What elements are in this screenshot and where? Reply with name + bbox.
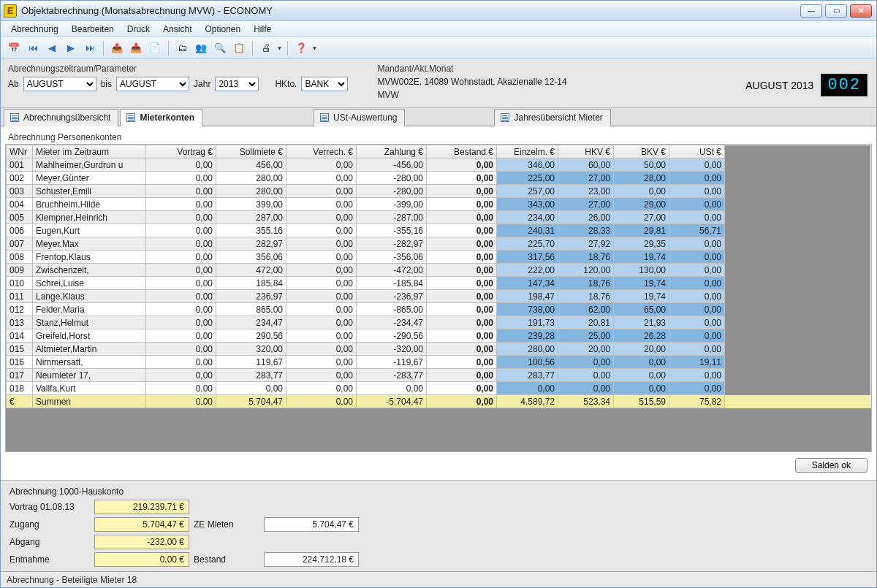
table-row[interactable]: 018Vallfa,Kurt0,000,000,000,000,000,000,…	[7, 382, 871, 395]
cell: 29,00	[614, 198, 669, 211]
bottom-label: Abgang	[10, 537, 90, 547]
col-header[interactable]: Sollmiete €	[216, 145, 286, 159]
ab-select[interactable]: AUGUST	[23, 77, 96, 91]
cell: Stanz,Helmut	[33, 316, 146, 329]
table-row[interactable]: 004Bruchheim,Hilde0,00399,000,00-399,000…	[7, 198, 871, 211]
tool-icon-2[interactable]: 📥	[129, 41, 143, 56]
cell: 0,00	[427, 316, 497, 329]
col-header[interactable]: Vortrag €	[146, 145, 216, 159]
cell: 282,97	[216, 237, 286, 251]
cell: 191,73	[497, 316, 558, 329]
table-row[interactable]: 009Zwischenzeit,0,00472,000,00-472,000,0…	[7, 264, 871, 277]
jahr-select[interactable]: 2013	[215, 77, 259, 91]
nav-prev-icon[interactable]: ◀	[45, 41, 59, 56]
cell: 0,00	[286, 172, 357, 185]
menubar: Abrechnung Bearbeiten Druck Ansicht Opti…	[1, 21, 876, 37]
cell: 198,47	[497, 290, 558, 303]
col-header[interactable]: Verrech. €	[286, 145, 357, 159]
cell: Greifeld,Horst	[33, 329, 146, 343]
table-row[interactable]: 001Mahlheimer,Gurdrun u0,00456,000,00-45…	[7, 159, 871, 172]
calendar-icon[interactable]: 📅	[7, 41, 21, 56]
help-icon[interactable]: ❓	[294, 41, 308, 56]
cell: 0,00	[146, 251, 216, 264]
cell: 236,97	[216, 290, 286, 303]
cell: 225,00	[497, 172, 558, 185]
tool-icon-4[interactable]: 🗂	[175, 41, 189, 56]
dropdown-icon[interactable]: ▾	[313, 44, 316, 52]
maximize-button[interactable]: ▭	[825, 4, 847, 18]
cell: 0,00	[146, 159, 216, 172]
table-row[interactable]: 011Lange,Klaus0,00236,970,00-236,970,001…	[7, 290, 871, 303]
table-row[interactable]: 012Felder,Maria0,00865,000,00-865,000,00…	[7, 303, 871, 316]
cell: 0,00	[146, 224, 216, 237]
app-window: E Objektabrechnung (Monatsabrechnung MVW…	[0, 0, 877, 588]
col-header[interactable]: BKV €	[614, 145, 669, 159]
tab-mieterkonten[interactable]: Mieterkonten	[120, 109, 202, 126]
print-icon[interactable]: 🖨	[259, 41, 273, 56]
salden-ok-button[interactable]: Salden ok	[795, 458, 867, 473]
table-row[interactable]: 010Schrei,Luise0,00185,840,00-185,840,00…	[7, 277, 871, 290]
cell: -356,06	[357, 251, 427, 264]
table-row[interactable]: 003Schuster,Emili0,00280,000,00-280,000,…	[7, 185, 871, 198]
tab-abrechnungsuebersicht[interactable]: Abrechnungsübersicht	[4, 109, 118, 126]
search-icon[interactable]: 🔍	[213, 41, 227, 56]
nav-last-icon[interactable]: ⏭	[83, 41, 97, 56]
grid-wrap[interactable]: WNrMieter im ZeitraumVortrag €Sollmiete …	[5, 144, 872, 452]
menu-druck[interactable]: Druck	[121, 23, 156, 36]
table-row[interactable]: 016Nimmersatt,0,00119,670,00-119,670,001…	[7, 356, 871, 369]
nav-first-icon[interactable]: ⏮	[26, 41, 40, 56]
cell: 317,56	[497, 251, 558, 264]
table-row[interactable]: 015Altmieter,Martin0,00320,000,00-320,00…	[7, 343, 871, 356]
tab-ust-auswertung[interactable]: USt-Auswertung	[314, 109, 405, 126]
cell: 0,00	[286, 237, 357, 251]
col-header[interactable]: USt €	[669, 145, 725, 159]
close-button[interactable]: ✕	[850, 4, 872, 18]
tenant-table: WNrMieter im ZeitraumVortrag €Sollmiete …	[6, 145, 871, 408]
cell: 65,00	[614, 303, 669, 316]
cell: 0,00	[558, 382, 614, 395]
sum-cell: 0,00	[146, 395, 216, 408]
table-row[interactable]: 014Greifeld,Horst0,00290,560,00-290,560,…	[7, 329, 871, 343]
tool-icon-1[interactable]: 📤	[110, 41, 124, 56]
menu-abrechnung[interactable]: Abrechnung	[5, 23, 64, 36]
nav-next-icon[interactable]: ▶	[64, 41, 78, 56]
tool-icon-5[interactable]: 👥	[194, 41, 208, 56]
separator	[252, 41, 253, 56]
bis-select[interactable]: AUGUST	[116, 77, 189, 91]
cell: 120,00	[558, 264, 614, 277]
cell: 005	[7, 211, 33, 224]
cell: 0,00	[146, 316, 216, 329]
table-row[interactable]: 005Klempner,Heinrich0,00287,000,00-287,0…	[7, 211, 871, 224]
table-row[interactable]: 013Stanz,Helmut0,00234,470,00-234,470,00…	[7, 316, 871, 329]
cell: 399,00	[216, 198, 286, 211]
col-header[interactable]: Zahlung €	[357, 145, 427, 159]
table-row[interactable]: 007Meyer,Max0,00282,970,00-282,970,00225…	[7, 237, 871, 251]
table-row[interactable]: 006Eugen,Kurt0,00355,160,00-355,160,0024…	[7, 224, 871, 237]
menu-hilfe[interactable]: Hilfe	[248, 23, 277, 36]
table-row[interactable]: 008Frentop,Klaus0,00356,060,00-356,060,0…	[7, 251, 871, 264]
tool-icon-3[interactable]: 📄	[148, 41, 162, 56]
cell: 185,84	[216, 277, 286, 290]
col-header[interactable]: Einzelm. €	[497, 145, 558, 159]
col-header[interactable]: WNr	[7, 145, 33, 159]
bottom-amount: 5.704,47 €	[94, 517, 189, 532]
tab-jahresuebersicht[interactable]: Jahresübersicht Mieter	[494, 109, 610, 126]
section-label: Abrechnung Personenkonten	[5, 131, 872, 144]
menu-optionen[interactable]: Optionen	[199, 23, 246, 36]
table-row[interactable]: 017Neumieter 17,0,00283,770,00-283,770,0…	[7, 369, 871, 382]
cell: 0,00	[669, 172, 725, 185]
minimize-button[interactable]: —	[800, 4, 822, 18]
table-row[interactable]: 002Meyer,Günter0,00280,000,00-280,000,00…	[7, 172, 871, 185]
col-header[interactable]: HKV €	[558, 145, 614, 159]
bottom-amount2: 5.704,47 €	[264, 517, 359, 532]
col-header[interactable]: Bestand €	[427, 145, 497, 159]
menu-bearbeiten[interactable]: Bearbeiten	[66, 23, 120, 36]
hkto-select[interactable]: BANK	[301, 77, 348, 91]
sum-cell: 5.704,47	[216, 395, 286, 408]
dropdown-icon[interactable]: ▾	[278, 44, 281, 52]
app-icon: E	[4, 4, 17, 18]
grid-icon	[126, 113, 135, 122]
copy-icon[interactable]: 📋	[232, 41, 246, 56]
col-header[interactable]: Mieter im Zeitraum	[33, 145, 146, 159]
menu-ansicht[interactable]: Ansicht	[157, 23, 197, 36]
